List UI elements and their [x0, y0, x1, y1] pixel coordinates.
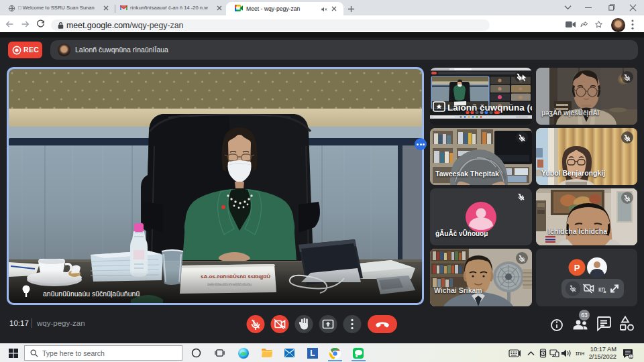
svg-text:кȵ: кȵ	[598, 286, 606, 294]
svg-text:Yubol Benjarongkij: Yubol Benjarongkij	[541, 169, 605, 177]
svg-text:anũunũǔnuaúu sũčnũļaǔuňunũ: anũunũǔnuaúu sũčnũļaǔuňunũ	[43, 290, 140, 298]
svg-text:63: 63	[581, 312, 588, 318]
svg-text:Taweesak Thepitak: Taweesak Thepitak	[435, 170, 499, 178]
svg-text:Laīonñ čuwqnŭna (ο...: Laīonñ čuwqnŭna (ο...	[447, 103, 532, 113]
svg-text:ǵǍuǍč νǕńοuομ: ǵǍuǍč νǕńοuομ	[435, 229, 488, 237]
svg-text:P: P	[574, 263, 580, 273]
